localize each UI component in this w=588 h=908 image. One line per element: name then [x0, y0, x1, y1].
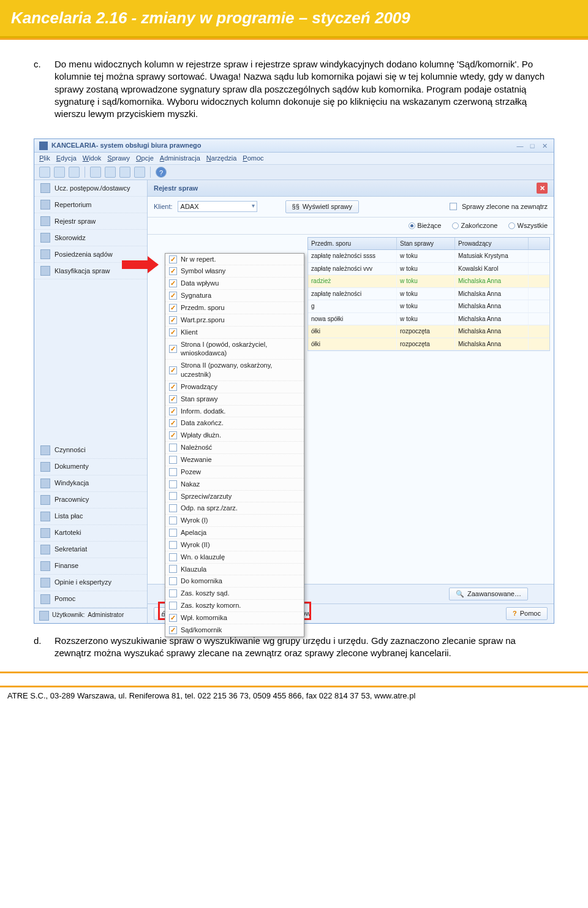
column-checkbox[interactable] [169, 468, 177, 476]
radio-zakonczone[interactable] [452, 222, 459, 229]
radio-biezace[interactable] [409, 222, 415, 229]
tool-icon[interactable] [537, 589, 548, 600]
grid-row[interactable]: gw tokuMichalska Anna [308, 300, 549, 313]
column-option[interactable]: Wpł. komornika [165, 612, 304, 624]
column-option[interactable]: Apelacja [165, 527, 304, 539]
radio-wszystkie[interactable] [508, 222, 515, 229]
sidebar-item[interactable]: Lista płac [34, 509, 147, 525]
menu-item[interactable]: Edycja [56, 154, 77, 162]
column-checkbox[interactable] [169, 444, 177, 452]
sidebar-item[interactable]: Kartoteki [34, 525, 147, 542]
close-icon[interactable]: ✕ [540, 142, 549, 150]
grid-row[interactable]: nowa spółkiw tokuMichalska Anna [308, 313, 549, 326]
sidebar-item[interactable]: Dokumenty [34, 459, 147, 475]
zlecone-checkbox[interactable] [450, 203, 457, 210]
column-option[interactable]: Nr w repert. [165, 254, 304, 266]
column-checkbox[interactable] [169, 492, 177, 500]
column-option[interactable]: Przedm. sporu [165, 302, 304, 314]
column-checkbox[interactable] [169, 516, 177, 524]
column-option[interactable]: Data zakończ. [165, 417, 304, 429]
column-checkbox[interactable] [169, 292, 177, 300]
maximize-icon[interactable]: □ [528, 142, 537, 150]
grid-header[interactable]: Przedm. sporu Stan sprawy Prowadzący [307, 237, 550, 251]
column-option[interactable]: Wezwanie [165, 454, 304, 466]
column-option[interactable]: Sprzeciw/zarzuty [165, 491, 304, 503]
column-option[interactable]: Wn. o klauzulę [165, 551, 304, 564]
column-option[interactable]: Wyrok (II) [165, 539, 304, 551]
menu-item[interactable]: Widok [83, 154, 102, 162]
tool-icon[interactable] [90, 167, 101, 178]
column-option[interactable]: Wpłaty dłużn. [165, 429, 304, 442]
tab-close-icon[interactable]: ✕ [537, 183, 548, 194]
help-icon[interactable]: ? [156, 167, 167, 178]
column-checkbox[interactable] [169, 614, 177, 622]
tool-icon[interactable] [69, 167, 80, 178]
tool-icon[interactable] [39, 167, 50, 178]
column-option[interactable]: Strona II (pozwany, oskarżony, uczestnik… [165, 360, 304, 381]
column-option[interactable]: Stan sprawy [165, 393, 304, 406]
column-option[interactable]: Data wpływu [165, 278, 304, 290]
column-option[interactable]: Sygnatura [165, 290, 304, 302]
column-checkbox[interactable] [169, 366, 177, 374]
sidebar-item[interactable]: Sekretariat [34, 542, 147, 558]
col-header[interactable]: Przedm. sporu [308, 238, 397, 250]
column-checkbox[interactable] [169, 431, 177, 439]
column-checkbox[interactable] [169, 480, 177, 488]
column-option[interactable]: Należność [165, 442, 304, 454]
column-checkbox[interactable] [169, 407, 177, 415]
column-checkbox[interactable] [169, 419, 177, 427]
column-option[interactable]: Do komornika [165, 575, 304, 588]
grid-row[interactable]: ółkirozpoczętaMichalska Anna [308, 338, 549, 351]
column-checkbox[interactable] [169, 504, 177, 512]
sidebar-item[interactable]: Opinie i ekspertyzy [34, 575, 147, 591]
tool-icon[interactable] [105, 167, 116, 178]
menu-item[interactable]: Plik [39, 154, 50, 162]
column-option[interactable]: Symbol własny [165, 265, 304, 278]
column-option[interactable]: Inform. dodatk. [165, 406, 304, 418]
column-option[interactable]: Sąd/komornik [165, 624, 304, 637]
tool-icon[interactable] [134, 167, 145, 178]
column-option[interactable]: Wart.prz.sporu [165, 314, 304, 327]
menu-item[interactable]: Opcje [136, 154, 154, 162]
sidebar-item[interactable]: Skorowidz [34, 230, 147, 246]
tool-icon[interactable] [119, 167, 130, 178]
column-checkbox[interactable] [169, 529, 177, 537]
tool-icon[interactable] [54, 167, 65, 178]
column-checkbox[interactable] [169, 267, 177, 275]
column-checkbox[interactable] [169, 279, 177, 287]
column-picker-menu[interactable]: Nr w repert.Symbol własnyData wpływuSygn… [165, 253, 304, 637]
column-option[interactable]: Klient [165, 327, 304, 339]
column-option[interactable]: Klauzula [165, 564, 304, 576]
column-checkbox[interactable] [169, 383, 177, 391]
column-option[interactable]: Nakaz [165, 479, 304, 491]
column-checkbox[interactable] [169, 456, 177, 464]
column-checkbox[interactable] [169, 328, 177, 336]
col-header[interactable]: Stan sprawy [397, 238, 455, 250]
column-option[interactable]: Strona I (powód, oskarżyciel, wnioskodaw… [165, 339, 304, 360]
sidebar-item[interactable]: Pracownicy [34, 492, 147, 509]
column-option[interactable]: Zas. koszty sąd. [165, 588, 304, 600]
menu-item[interactable]: Pomoc [243, 154, 263, 162]
sidebar-item[interactable]: Czynności [34, 442, 147, 459]
sidebar-item[interactable]: Finanse [34, 558, 147, 575]
pomoc-button[interactable]: ?Pomoc [506, 607, 548, 620]
grid-row[interactable]: zapłatę należności ssssw tokuMatusiak Kr… [308, 250, 549, 263]
column-checkbox[interactable] [169, 304, 177, 312]
column-checkbox[interactable] [169, 577, 177, 585]
menu-item[interactable]: Narzędzia [206, 154, 237, 162]
column-checkbox[interactable] [169, 565, 177, 573]
grid-row[interactable]: radzieżw tokuMichalska Anna [308, 275, 549, 288]
column-checkbox[interactable] [169, 316, 177, 324]
sidebar-item[interactable]: Repertorium [34, 197, 147, 213]
column-option[interactable]: Odp. na sprz./zarz. [165, 502, 304, 515]
column-checkbox[interactable] [169, 602, 177, 610]
column-checkbox[interactable] [169, 395, 177, 403]
column-checkbox[interactable] [169, 345, 177, 353]
grid-row[interactable]: zapłatę należności vvvw tokuKowalski Kar… [308, 263, 549, 276]
sidebar-item[interactable]: Pomoc [34, 591, 147, 608]
column-option[interactable]: Wyrok (I) [165, 515, 304, 527]
column-option[interactable]: Zas. koszty komorn. [165, 600, 304, 612]
column-option[interactable]: Pozew [165, 466, 304, 479]
menu-item[interactable]: Sprawy [107, 154, 130, 162]
grid-row[interactable]: ółkirozpoczętaMichalska Anna [308, 325, 549, 338]
